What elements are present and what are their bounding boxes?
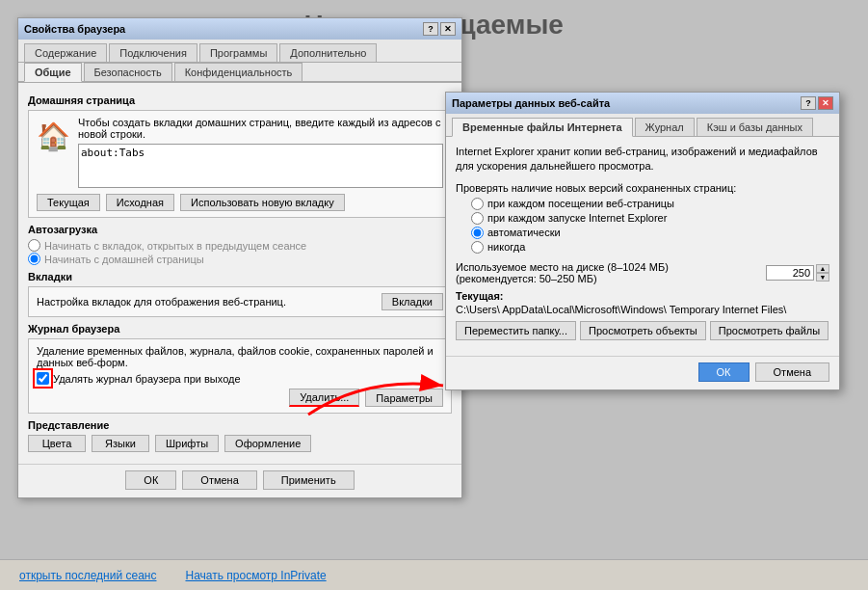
autoload-radio2-label: Начинать с домашней страницы [44,254,204,265]
radio-each-launch: при каждом запуске Internet Explorer [471,212,829,225]
bottom-link-session[interactable]: открыть последний сеанс [19,569,156,582]
spin-up[interactable]: ▲ [816,264,829,273]
btn-view-files[interactable]: Просмотреть файлы [710,321,829,340]
secondary-help-button[interactable]: ? [801,96,816,110]
radio-each-launch-label: при каждом запуске Internet Explorer [487,212,667,224]
radio-auto: автоматически [471,227,829,239]
home-page-description: Чтобы создать вкладки домашних страниц, … [78,117,443,140]
radio-each-visit: при каждом посещении веб-страницы [471,198,829,210]
btn-default[interactable]: Исходная [106,194,174,211]
tab-strip-row1: Содержание Подключения Программы Дополни… [18,40,461,63]
secondary-close-button[interactable]: ✕ [818,96,833,110]
view-label: Представление [28,419,452,431]
btn-delete[interactable]: Удалить... [289,389,359,407]
btn-current[interactable]: Текущая [37,194,100,211]
secondary-titlebar-buttons: ? ✕ [801,96,833,110]
main-dialog-titlebar: Свойства браузера ? ✕ [18,18,461,40]
tab-cache[interactable]: Кэш и базы данных [697,118,813,136]
close-button[interactable]: ✕ [440,22,456,36]
autoload-radio2: Начинать с домашней страницы [28,253,452,265]
autoload-radio2-input[interactable] [28,253,40,265]
home-page-section: 🏠 Чтобы создать вкладки домашних страниц… [28,110,452,218]
current-label: Текущая: [456,290,829,302]
journal-section: Удаление временных файлов, журнала, файл… [28,338,452,414]
main-dialog-body: Домашняя страница 🏠 Чтобы создать вкладк… [18,83,461,464]
view-section: Цвета Языки Шрифты Оформление [28,435,452,452]
radio-each-visit-input[interactable] [471,198,484,210]
tab-general[interactable]: Общие [24,63,82,82]
radio-never-input[interactable] [471,241,484,254]
tab-content[interactable]: Содержание [24,43,107,62]
home-page-label: Домашняя страница [28,94,452,106]
autoload-radio1-label: Начинать с вкладок, открытых в предыдуще… [44,240,306,252]
secondary-dialog-titlebar: Параметры данных веб-сайта ? ✕ [446,93,839,114]
main-dialog: Свойства браузера ? ✕ Содержание Подключ… [17,17,462,498]
disk-input[interactable] [766,265,814,281]
journal-checkbox-row: Удалять журнал браузера при выходе [37,372,443,385]
btn-design[interactable]: Оформление [224,435,311,452]
tabs-section: Настройка вкладок для отображения веб-ст… [28,286,452,317]
autoload-radio1-input[interactable] [28,239,40,252]
home-icon: 🏠 [37,121,70,152]
secondary-ok-button[interactable]: ОК [698,362,750,382]
secondary-dialog-body: Internet Explorer хранит копии веб-стран… [446,137,839,356]
tab-strip-row2: Общие Безопасность Конфиденциальность [18,63,461,83]
radio-auto-label: автоматически [487,227,561,238]
autoload-label: Автозагрузка [28,224,452,235]
secondary-dialog-title: Параметры данных веб-сайта [452,97,610,109]
btn-fonts[interactable]: Шрифты [155,435,219,452]
radio-never-label: никогда [487,241,525,253]
journal-checkbox[interactable] [37,372,49,385]
tabs-description: Настройка вкладок для отображения веб-ст… [37,296,286,308]
tabs-button[interactable]: Вкладки [381,293,443,310]
radio-never: никогда [471,241,829,254]
disk-usage-row: Используемое место на диске (8–1024 МБ) … [456,261,829,284]
check-new-versions-label: Проверять наличие новых версий сохраненн… [456,182,829,194]
btn-view-objects[interactable]: Просмотреть объекты [580,321,706,340]
tabs-section-label: Вкладки [28,271,452,282]
journal-label: Журнал браузера [28,323,452,335]
bottom-link-inprivate[interactable]: Начать просмотр InPrivate [185,569,326,582]
tab-privacy[interactable]: Конфиденциальность [174,63,303,81]
btn-new-tab[interactable]: Использовать новую вкладку [180,194,345,211]
secondary-dialog: Параметры данных веб-сайта ? ✕ Временные… [445,92,840,390]
journal-checkbox-label: Удалять журнал браузера при выходе [53,373,241,385]
secondary-tab-strip: Временные файлы Интернета Журнал Кэш и б… [446,114,839,137]
home-page-buttons: Текущая Исходная Использовать новую вкла… [37,194,443,211]
btn-colors[interactable]: Цвета [28,435,86,452]
disk-spinbox: ▲ ▼ [816,264,829,282]
help-button[interactable]: ? [423,22,438,36]
btn-move-folder[interactable]: Переместить папку... [456,321,576,340]
tab-security[interactable]: Безопасность [84,63,172,81]
main-ok-button[interactable]: ОК [125,470,176,490]
journal-description: Удаление временных файлов, журнала, файл… [37,345,443,368]
main-dialog-footer: ОК Отмена Применить [18,464,461,497]
autoload-section: Начинать с вкладок, открытых в предыдуще… [28,239,452,265]
autoload-radio1: Начинать с вкладок, открытых в предыдуще… [28,239,452,252]
btn-langs[interactable]: Языки [92,435,149,452]
journal-buttons: Удалить... Параметры [37,389,443,407]
action-buttons: Переместить папку... Просмотреть объекты… [456,321,829,340]
btn-params[interactable]: Параметры [365,389,443,407]
spin-down[interactable]: ▼ [816,273,829,282]
current-path: C:\Users\ AppData\Local\Microsoft\Window… [456,304,829,315]
tab-programs[interactable]: Программы [199,43,277,62]
secondary-description: Internet Explorer хранит копии веб-стран… [456,145,829,174]
titlebar-buttons: ? ✕ [423,22,456,36]
secondary-cancel-button[interactable]: Отмена [755,362,829,382]
home-page-input[interactable] [78,144,443,188]
bottom-strip: открыть последний сеанс Начать просмотр … [0,559,868,590]
secondary-dialog-footer: ОК Отмена [446,356,839,389]
tab-journal[interactable]: Журнал [635,118,695,136]
tab-connections[interactable]: Подключения [109,43,197,62]
main-cancel-button[interactable]: Отмена [182,470,256,490]
radio-each-visit-label: при каждом посещении веб-страницы [487,198,674,209]
radio-each-launch-input[interactable] [471,212,484,225]
tab-advanced[interactable]: Дополнительно [279,43,377,62]
disk-label: Используемое место на диске (8–1024 МБ) … [456,261,766,284]
main-apply-button[interactable]: Применить [263,470,355,490]
main-dialog-title: Свойства браузера [24,23,125,35]
tab-temp-files[interactable]: Временные файлы Интернета [452,118,633,137]
radio-auto-input[interactable] [471,227,484,239]
